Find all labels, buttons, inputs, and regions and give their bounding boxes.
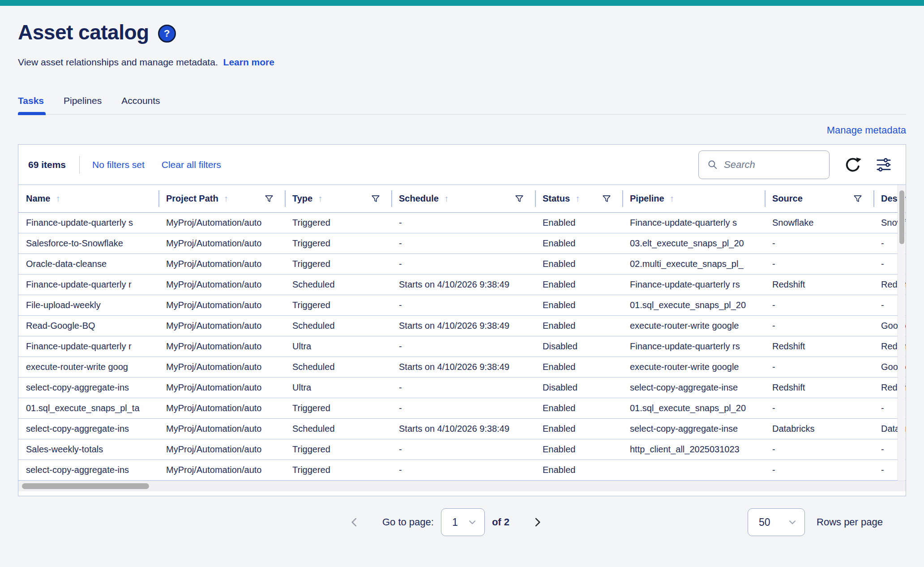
column-header-status[interactable]: Status↑ <box>535 185 622 212</box>
cell-status: Enabled <box>535 233 622 253</box>
search-box[interactable] <box>698 150 830 179</box>
vertical-scrollbar-thumb[interactable] <box>899 190 904 244</box>
table-row[interactable]: execute-router-write googMyProj/Automati… <box>18 357 906 378</box>
cell-name: Oracle-data-cleanse <box>18 254 158 274</box>
cell-schedule: - <box>391 336 535 357</box>
cell-schedule: Starts on 4/10/2026 9:38:49 <box>391 316 535 336</box>
sort-arrow-icon[interactable]: ↑ <box>575 193 580 204</box>
table-row[interactable]: Finance-update-quarterly sMyProj/Automat… <box>18 213 906 233</box>
table-body: Finance-update-quarterly sMyProj/Automat… <box>18 213 906 481</box>
table-row[interactable]: select-copy-aggregate-insMyProj/Automati… <box>18 419 906 439</box>
cell-type: Triggered <box>285 460 391 480</box>
cell-project_path: MyProj/Automation/auto <box>158 275 285 295</box>
cell-source: - <box>765 295 873 315</box>
toolbar-divider <box>79 156 80 174</box>
cell-name: File-upload-weekly <box>18 295 158 315</box>
table-row[interactable]: Read-Google-BQMyProj/Automation/autoSche… <box>18 316 906 336</box>
sort-arrow-icon[interactable]: ↑ <box>56 193 60 204</box>
column-label: Name <box>26 193 50 204</box>
filter-funnel-icon[interactable] <box>602 194 612 204</box>
cell-type: Scheduled <box>285 275 391 295</box>
table-row[interactable]: Salesforce-to-SnowflakeMyProj/Automation… <box>18 233 906 254</box>
cell-status: Enabled <box>535 295 622 315</box>
column-label: Schedule <box>399 193 439 204</box>
cell-pipeline <box>622 460 765 480</box>
next-page-button[interactable] <box>529 514 545 531</box>
tabs-divider <box>18 114 906 115</box>
cell-type: Triggered <box>285 439 391 460</box>
cell-name: select-copy-aggregate-ins <box>18 460 158 480</box>
cell-schedule: - <box>391 378 535 398</box>
cell-status: Enabled <box>535 460 622 480</box>
column-label: Project Path <box>166 193 218 204</box>
sort-arrow-icon[interactable]: ↑ <box>444 193 449 204</box>
sort-arrow-icon[interactable]: ↑ <box>224 193 228 204</box>
table-row[interactable]: Sales-weekly-totalsMyProj/Automation/aut… <box>18 439 906 460</box>
previous-page-button[interactable] <box>346 514 363 531</box>
column-header-pipeline[interactable]: Pipeline↑ <box>622 185 765 212</box>
rows-per-page-select[interactable]: 50 <box>748 508 805 536</box>
page-total-label: of 2 <box>492 516 509 528</box>
page-select[interactable]: 1 <box>441 508 485 536</box>
vertical-scrollbar[interactable] <box>898 185 905 481</box>
horizontal-scrollbar[interactable] <box>18 481 906 491</box>
column-header-type[interactable]: Type↑ <box>285 185 391 212</box>
column-header-source[interactable]: Source <box>765 185 873 212</box>
table-header-row: Name↑Project Path↑Type↑Schedule↑Status↑P… <box>18 185 906 213</box>
table-row[interactable]: select-copy-aggregate-insMyProj/Automati… <box>18 460 906 481</box>
cell-schedule: Starts on 4/10/2026 9:38:49 <box>391 275 535 295</box>
table-row[interactable]: Oracle-data-cleanseMyProj/Automation/aut… <box>18 254 906 275</box>
filter-funnel-icon[interactable] <box>264 194 274 204</box>
filter-funnel-icon[interactable] <box>371 194 381 204</box>
column-label: Status <box>543 193 570 204</box>
cell-project_path: MyProj/Automation/auto <box>158 357 285 377</box>
column-header-project_path[interactable]: Project Path↑ <box>158 185 285 212</box>
cell-type: Ultra <box>285 336 391 357</box>
cell-status: Enabled <box>535 213 622 233</box>
cell-type: Scheduled <box>285 357 391 377</box>
tab-pipelines[interactable]: Pipelines <box>64 95 102 114</box>
cell-project_path: MyProj/Automation/auto <box>158 254 285 274</box>
clear-all-filters-link[interactable]: Clear all filters <box>162 159 221 170</box>
cell-type: Triggered <box>285 213 391 233</box>
table-row[interactable]: select-copy-aggregate-insMyProj/Automati… <box>18 378 906 398</box>
cell-schedule: - <box>391 233 535 253</box>
cell-source: - <box>765 254 873 274</box>
horizontal-scrollbar-thumb[interactable] <box>22 483 149 489</box>
cell-project_path: MyProj/Automation/auto <box>158 316 285 336</box>
search-input[interactable] <box>724 159 823 171</box>
cell-pipeline: select-copy-aggregate-inse <box>622 378 765 398</box>
refresh-button[interactable] <box>844 156 862 174</box>
sliders-icon <box>874 156 893 173</box>
cell-pipeline: http_client_all_2025031023 <box>622 439 765 460</box>
cell-pipeline: 03.elt_execute_snaps_pl_20 <box>622 233 765 253</box>
learn-more-link[interactable]: Learn more <box>223 57 274 67</box>
table-row[interactable]: Finance-update-quarterly rMyProj/Automat… <box>18 275 906 295</box>
sort-arrow-icon[interactable]: ↑ <box>670 193 674 204</box>
asset-catalog-page: Asset catalog ? View asset relationships… <box>0 20 924 537</box>
filter-funnel-icon[interactable] <box>514 194 524 204</box>
sort-arrow-icon[interactable]: ↑ <box>318 193 322 204</box>
cell-pipeline: select-copy-aggregate-inse <box>622 419 765 439</box>
cell-status: Enabled <box>535 316 622 336</box>
no-filters-set-link[interactable]: No filters set <box>92 159 145 170</box>
cell-status: Enabled <box>535 357 622 377</box>
rows-per-page-value: 50 <box>759 516 770 528</box>
tab-tasks[interactable]: Tasks <box>18 95 44 114</box>
filter-funnel-icon[interactable] <box>853 194 863 204</box>
table-row[interactable]: Finance-update-quarterly rMyProj/Automat… <box>18 336 906 357</box>
chevron-down-icon <box>787 516 798 528</box>
cell-name: Finance-update-quarterly r <box>18 336 158 357</box>
tab-accounts[interactable]: Accounts <box>121 95 160 114</box>
column-header-schedule[interactable]: Schedule↑ <box>391 185 535 212</box>
help-icon[interactable]: ? <box>158 25 176 43</box>
table-row[interactable]: 01.sql_execute_snaps_pl_taMyProj/Automat… <box>18 398 906 419</box>
cell-pipeline: Finance-update-quarterly rs <box>622 275 765 295</box>
cell-pipeline: Finance-update-quarterly s <box>622 213 765 233</box>
filter-settings-button[interactable] <box>874 156 893 173</box>
column-header-name[interactable]: Name↑ <box>18 185 158 212</box>
cell-schedule: Starts on 4/10/2026 9:38:49 <box>391 357 535 377</box>
cell-project_path: MyProj/Automation/auto <box>158 460 285 480</box>
manage-metadata-link[interactable]: Manage metadata <box>827 125 906 136</box>
table-row[interactable]: File-upload-weeklyMyProj/Automation/auto… <box>18 295 906 316</box>
